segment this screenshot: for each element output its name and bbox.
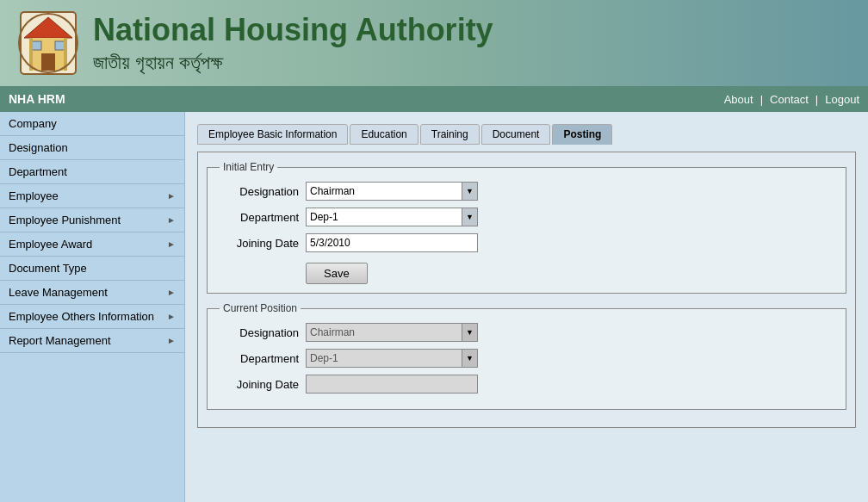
logout-link[interactable]: Logout	[825, 93, 859, 106]
sidebar-item-department[interactable]: Department	[0, 160, 184, 184]
current-position-panel: Current Position Designation Chairman ▼ …	[207, 302, 846, 410]
sidebar-item-designation[interactable]: Designation	[0, 136, 184, 160]
content: Employee Basic Information Education Tra…	[185, 112, 868, 502]
current-department-control: Dep-1 ▼	[306, 349, 478, 368]
current-department-dropdown: Dep-1 ▼	[306, 349, 478, 368]
save-button[interactable]: Save	[306, 263, 368, 284]
sidebar-label-employee-others: Employee Others Information	[9, 310, 154, 323]
employee-others-arrow-icon: ►	[167, 312, 176, 321]
current-designation-value: Chairman	[307, 325, 462, 340]
about-link[interactable]: About	[724, 93, 753, 106]
initial-designation-value: Chairman	[307, 183, 462, 199]
employee-award-arrow-icon: ►	[167, 239, 176, 249]
save-row: Save	[220, 259, 834, 284]
sidebar-item-report-management[interactable]: Report Management ►	[0, 329, 184, 353]
sidebar-item-employee[interactable]: Employee ►	[0, 184, 184, 208]
current-designation-label: Designation	[220, 326, 306, 339]
navbar: NHA HRM About | Contact | Logout	[0, 86, 868, 112]
current-department-row: Department Dep-1 ▼	[220, 349, 834, 368]
logo-area: National Housing Authority জাতীয় গৃহায়…	[17, 9, 493, 77]
logo-icon	[17, 9, 79, 77]
leave-management-arrow-icon: ►	[167, 288, 176, 297]
sidebar-label-company: Company	[9, 117, 57, 130]
initial-designation-dropdown[interactable]: Chairman ▼	[306, 182, 478, 201]
current-joining-date-row: Joining Date	[220, 375, 834, 394]
current-department-label: Department	[220, 352, 306, 365]
header: National Housing Authority জাতীয় গৃহায়…	[0, 0, 868, 86]
sidebar-label-document-type: Document Type	[9, 262, 87, 275]
sidebar-label-leave-management: Leave Management	[9, 286, 108, 299]
tab-education[interactable]: Education	[350, 124, 418, 145]
current-position-legend: Current Position	[220, 302, 301, 314]
current-designation-dropdown: Chairman ▼	[306, 323, 478, 342]
current-joining-date-label: Joining Date	[220, 378, 306, 391]
sidebar-item-employee-others[interactable]: Employee Others Information ►	[0, 305, 184, 329]
sidebar-item-company[interactable]: Company	[0, 112, 184, 136]
initial-joining-date-control	[306, 233, 478, 252]
initial-department-label: Department	[220, 211, 306, 224]
sidebar-label-employee-award: Employee Award	[9, 238, 92, 251]
employee-arrow-icon: ►	[167, 191, 176, 201]
initial-joining-date-label: Joining Date	[220, 237, 306, 250]
current-joining-date-control	[306, 375, 478, 394]
current-department-value: Dep-1	[307, 350, 462, 366]
navbar-title: NHA HRM	[9, 92, 65, 106]
org-name-english: National Housing Authority	[93, 12, 493, 48]
initial-department-dropdown[interactable]: Dep-1 ▼	[306, 208, 478, 226]
initial-designation-control: Chairman ▼	[306, 182, 478, 201]
sidebar-label-report-management: Report Management	[9, 334, 111, 347]
tab-posting[interactable]: Posting	[552, 124, 612, 145]
initial-department-control: Dep-1 ▼	[306, 208, 478, 226]
initial-entry-panel: Initial Entry Designation Chairman ▼ Dep…	[207, 161, 846, 294]
tab-employee-basic[interactable]: Employee Basic Information	[197, 124, 348, 145]
sidebar-label-employee-punishment: Employee Punishment	[9, 214, 121, 226]
initial-department-dropdown-btn[interactable]: ▼	[462, 208, 477, 226]
initial-joining-date-row: Joining Date	[220, 233, 834, 252]
sidebar-item-employee-punishment[interactable]: Employee Punishment ►	[0, 208, 184, 232]
sidebar-label-designation: Designation	[9, 141, 68, 154]
sidebar-label-department: Department	[9, 165, 67, 178]
employee-punishment-arrow-icon: ►	[167, 215, 176, 225]
initial-designation-label: Designation	[220, 185, 306, 198]
initial-entry-legend: Initial Entry	[220, 161, 277, 173]
main-layout: Company Designation Department Employee …	[0, 112, 868, 502]
current-department-dropdown-btn: ▼	[462, 350, 477, 367]
navbar-links: About | Contact | Logout	[724, 93, 859, 106]
contact-link[interactable]: Contact	[770, 93, 809, 106]
current-joining-date-input	[306, 375, 478, 394]
initial-department-row: Department Dep-1 ▼	[220, 208, 834, 226]
report-management-arrow-icon: ►	[167, 336, 176, 345]
tab-document[interactable]: Document	[481, 124, 551, 145]
sidebar-item-document-type[interactable]: Document Type	[0, 257, 184, 281]
tab-training[interactable]: Training	[420, 124, 480, 145]
sidebar: Company Designation Department Employee …	[0, 112, 185, 502]
initial-designation-dropdown-btn[interactable]: ▼	[462, 183, 477, 200]
sidebar-label-employee: Employee	[9, 189, 59, 202]
initial-department-value: Dep-1	[307, 209, 462, 225]
org-name-bengali: জাতীয় গৃহায়ন কর্তৃপক্ষ	[93, 52, 493, 74]
svg-rect-3	[41, 53, 55, 71]
sidebar-item-leave-management[interactable]: Leave Management ►	[0, 281, 184, 305]
current-designation-row: Designation Chairman ▼	[220, 323, 834, 342]
org-name: National Housing Authority জাতীয় গৃহায়…	[93, 12, 493, 74]
current-designation-dropdown-btn: ▼	[462, 324, 477, 341]
initial-designation-row: Designation Chairman ▼	[220, 182, 834, 201]
initial-joining-date-input[interactable]	[306, 233, 478, 252]
tabs: Employee Basic Information Education Tra…	[197, 124, 856, 145]
current-designation-control: Chairman ▼	[306, 323, 478, 342]
sidebar-item-employee-award[interactable]: Employee Award ►	[0, 232, 184, 257]
